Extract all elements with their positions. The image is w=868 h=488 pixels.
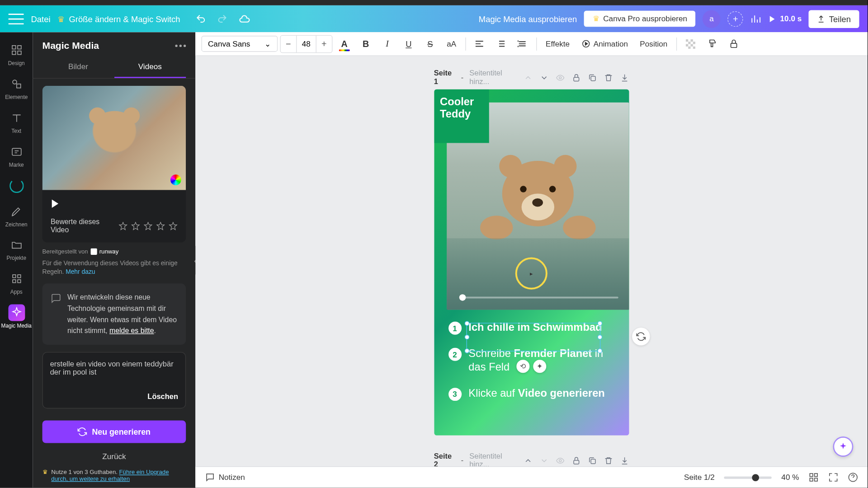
- nav-design[interactable]: Design: [0, 38, 33, 70]
- rules-link[interactable]: Mehr dazu: [66, 268, 95, 275]
- rotate-handle[interactable]: ⟲: [517, 360, 530, 373]
- underline-button[interactable]: U: [399, 35, 418, 53]
- add-collaborator-button[interactable]: +: [728, 11, 743, 26]
- ai-assistant-button[interactable]: [833, 436, 854, 457]
- back-button[interactable]: Zurück: [33, 448, 195, 467]
- file-menu[interactable]: Datei: [31, 14, 51, 23]
- strikethrough-button[interactable]: S: [420, 35, 439, 53]
- nav-magic-media[interactable]: Magic Media: [0, 301, 33, 333]
- nav-draw[interactable]: Zeichnen: [0, 199, 33, 231]
- play-video-button[interactable]: [52, 200, 58, 208]
- fullscreen-icon[interactable]: [828, 472, 838, 482]
- canvas-page-1[interactable]: Cooler Teddy 1 Ich chille im Schwimmbad: [434, 89, 629, 436]
- star-icon[interactable]: [144, 221, 153, 230]
- star-icon[interactable]: [118, 221, 127, 230]
- insights-icon[interactable]: [750, 14, 761, 24]
- effects-button[interactable]: Effekte: [541, 39, 575, 48]
- page-title-input[interactable]: Seitentitel hinz...: [470, 69, 518, 86]
- title-flag[interactable]: Cooler Teddy: [434, 89, 489, 143]
- lock-page-icon[interactable]: [572, 456, 581, 465]
- svg-rect-21: [731, 43, 736, 47]
- delete-page-icon[interactable]: [604, 456, 613, 465]
- lock-button[interactable]: [724, 35, 743, 53]
- regenerate-button[interactable]: Neu generieren: [42, 421, 186, 443]
- list-button[interactable]: [491, 35, 510, 53]
- chevron-up-icon[interactable]: [524, 456, 533, 465]
- resize-label: Größe ändern & Magic Switch: [69, 14, 180, 23]
- duplicate-page-icon[interactable]: [588, 73, 597, 82]
- step-2-badge: 2: [448, 348, 462, 361]
- panel-more-icon[interactable]: [175, 45, 186, 47]
- play-icon[interactable]: [768, 14, 776, 23]
- prompt-input[interactable]: erstelle ein video von einem teddybär de…: [42, 352, 186, 408]
- nav-apps[interactable]: Apps: [0, 267, 33, 299]
- hide-page-icon[interactable]: [556, 456, 565, 465]
- try-pro-button[interactable]: ♛ Canva Pro ausprobieren: [584, 11, 695, 27]
- video-thumbnail[interactable]: [42, 86, 186, 190]
- step-3-text[interactable]: Klicke auf Video generieren: [469, 386, 605, 400]
- notes-button[interactable]: Notizen: [205, 472, 245, 482]
- nav-text[interactable]: Text: [0, 106, 33, 138]
- refresh-element-button[interactable]: [632, 328, 650, 346]
- generated-video-card[interactable]: Bewerte dieses Video: [42, 86, 186, 243]
- avatar[interactable]: a: [703, 10, 721, 28]
- spacing-button[interactable]: [513, 35, 532, 53]
- bold-button[interactable]: B: [356, 35, 375, 53]
- italic-button[interactable]: I: [377, 35, 396, 53]
- star-icon[interactable]: [131, 221, 140, 230]
- svg-rect-3: [17, 51, 21, 55]
- align-button[interactable]: [470, 35, 489, 53]
- zoom-slider[interactable]: [724, 476, 772, 479]
- help-icon[interactable]: [848, 472, 858, 482]
- color-swatch-icon: [339, 49, 350, 51]
- chevron-down-icon[interactable]: [539, 73, 548, 82]
- page-sep: -: [461, 456, 463, 465]
- text-color-button[interactable]: A: [335, 35, 354, 53]
- tab-images[interactable]: Bilder: [42, 56, 114, 78]
- lock-page-icon[interactable]: [572, 73, 581, 82]
- resize-handle[interactable]: [464, 348, 469, 353]
- resize-handle[interactable]: [597, 321, 602, 326]
- font-select[interactable]: Canva Sans ⌄: [201, 36, 277, 52]
- nav-brand[interactable]: Marke: [0, 140, 33, 172]
- video-scrubber[interactable]: [459, 296, 618, 298]
- star-icon[interactable]: [156, 221, 165, 230]
- copy-style-button[interactable]: [703, 35, 722, 53]
- font-size-increase[interactable]: +: [316, 39, 332, 49]
- nav-projects[interactable]: Projekte: [0, 233, 33, 265]
- delete-page-icon[interactable]: [604, 73, 613, 82]
- magic-handle[interactable]: ✦: [533, 360, 547, 373]
- chevron-up-icon[interactable]: [524, 73, 533, 82]
- page-title-input[interactable]: Seitentitel hinz...: [470, 452, 518, 466]
- transparency-button[interactable]: [681, 35, 700, 53]
- chevron-down-icon[interactable]: [539, 456, 548, 465]
- duplicate-page-icon[interactable]: [588, 456, 597, 465]
- position-button[interactable]: Position: [635, 39, 672, 48]
- resize-magic-switch[interactable]: ♛ Größe ändern & Magic Switch: [57, 14, 180, 23]
- page-more-icon[interactable]: [620, 73, 629, 82]
- share-button[interactable]: Teilen: [809, 10, 859, 28]
- uppercase-button[interactable]: aA: [442, 35, 461, 53]
- document-title[interactable]: Magic Media ausprobieren: [479, 14, 577, 23]
- menu-button[interactable]: [8, 14, 24, 24]
- nav-elements[interactable]: Elemente: [0, 72, 33, 104]
- resize-handle[interactable]: [464, 335, 469, 340]
- undo-icon[interactable]: [196, 14, 207, 24]
- page-more-icon[interactable]: [620, 456, 629, 465]
- animation-button[interactable]: Animation: [577, 39, 633, 48]
- svg-rect-6: [12, 148, 21, 155]
- hide-page-icon[interactable]: [556, 73, 565, 82]
- zoom-thumb[interactable]: [752, 474, 759, 481]
- text-selection-box[interactable]: [466, 323, 600, 351]
- resize-handle[interactable]: [464, 321, 469, 326]
- grid-view-icon[interactable]: [809, 472, 819, 482]
- clear-prompt-button[interactable]: Löschen: [147, 392, 178, 400]
- star-icon[interactable]: [169, 221, 178, 230]
- tab-videos[interactable]: Videos: [114, 56, 186, 78]
- resize-handle[interactable]: [597, 348, 602, 353]
- report-link[interactable]: melde es bitte: [109, 327, 154, 335]
- redo-icon[interactable]: [217, 14, 228, 24]
- font-size-decrease[interactable]: −: [281, 39, 296, 49]
- resize-handle[interactable]: [597, 335, 602, 340]
- font-size-value[interactable]: 48: [296, 35, 316, 52]
